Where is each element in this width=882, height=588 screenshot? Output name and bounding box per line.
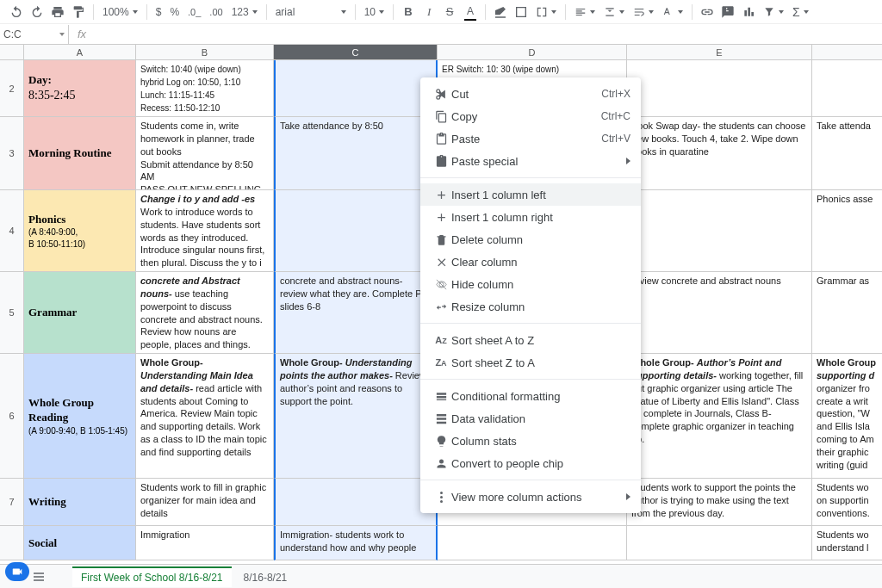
sortza-icon: ZA [431, 357, 451, 368]
cell: Students wounderstand l [812, 526, 882, 560]
align-button[interactable] [571, 6, 599, 18]
fill-color-button[interactable] [491, 3, 510, 22]
row-header[interactable]: 7 [0, 479, 24, 526]
cell [812, 60, 882, 117]
cond-icon [431, 390, 451, 403]
column-header[interactable] [0, 45, 24, 60]
context-menu-item[interactable]: Paste special [420, 150, 641, 172]
percent-button[interactable]: % [166, 6, 183, 18]
redo-button[interactable] [28, 3, 47, 22]
cell: Students work to fill in graphic organiz… [136, 479, 274, 526]
link-button[interactable] [698, 3, 717, 22]
context-menu-item[interactable]: CutCtrl+X [420, 83, 641, 105]
wrap-button[interactable] [630, 6, 657, 18]
cell-selected [274, 479, 438, 526]
print-button[interactable] [48, 3, 67, 22]
cell-selected [274, 60, 438, 117]
text-color-button[interactable]: A [461, 3, 480, 22]
context-menu-item[interactable]: Insert 1 column right [420, 206, 641, 228]
row-header[interactable]: 4 [0, 190, 24, 272]
context-menu-item[interactable]: Data validation [420, 407, 641, 430]
row-header[interactable]: 2 [0, 60, 24, 117]
x-icon [431, 256, 451, 269]
comment-button[interactable] [718, 3, 737, 22]
zoom-select[interactable]: 100% [99, 6, 141, 18]
row-label-cell: Phonics(A 8:40-9:00,B 10:50-11:10) [24, 190, 136, 272]
undo-button[interactable] [7, 3, 26, 22]
context-menu-item[interactable]: Convert to people chip [420, 452, 641, 474]
strikethrough-button[interactable]: S [440, 3, 459, 22]
trash-icon [431, 233, 451, 246]
context-menu-item[interactable]: Conditional formatting [420, 385, 641, 407]
decrease-decimal-button[interactable]: .0_ [184, 7, 204, 17]
pastesp-icon [431, 155, 451, 168]
sheet-tab-active[interactable]: First Week of School 8/16-8/21 [72, 566, 232, 587]
context-menu-item[interactable]: AZSort sheet A to Z [420, 329, 641, 351]
column-header[interactable]: A [24, 45, 136, 60]
cell [627, 190, 812, 272]
borders-button[interactable] [512, 3, 531, 22]
font-size-select[interactable]: 10 [361, 6, 388, 18]
cell: Immigration [136, 526, 274, 560]
row-header[interactable] [0, 526, 24, 560]
sheet-tab[interactable]: 8/16-8/21 [235, 566, 296, 587]
row-label-cell: Morning Routine [24, 117, 136, 190]
context-menu-item[interactable]: Hide column [420, 273, 641, 295]
row-header[interactable]: 3 [0, 117, 24, 190]
cell-selected: Immigration- students work to understand… [274, 526, 438, 560]
rotation-button[interactable] [659, 6, 686, 18]
valign-button[interactable] [600, 6, 628, 18]
font-select[interactable]: arial [272, 6, 350, 18]
functions-button[interactable]: Σ [789, 5, 812, 19]
row-label-cell: Whole Group Reading(A 9:00-9:40, B 1:05-… [24, 354, 136, 479]
cell: Book Swap day- the students can choose n… [627, 117, 812, 190]
row-label-cell: Writing [24, 479, 136, 526]
increase-decimal-button[interactable]: .00 [206, 7, 226, 17]
meet-button[interactable] [5, 562, 29, 581]
number-format-select[interactable]: 123 [228, 6, 261, 18]
toolbar: 100% $ % .0_ .00 123 arial 10 B I S A Σ [0, 0, 882, 24]
row-header[interactable]: 6 [0, 354, 24, 479]
all-sheets-button[interactable] [29, 567, 48, 586]
row-label-cell: Grammar [24, 272, 136, 354]
cell: Students woon supportinconventions. [812, 479, 882, 526]
context-menu-item[interactable]: Insert 1 column left [420, 183, 641, 206]
cell-selected: Take attendance by 8:50 [274, 117, 438, 190]
column-header[interactable] [812, 45, 882, 60]
merge-cells-button[interactable] [532, 6, 560, 18]
context-menu-item[interactable]: Delete column [420, 228, 641, 251]
cell-selected: concrete and abstract nouns- review what… [274, 272, 438, 354]
cell: Change i to y and add -esWork to introdu… [136, 190, 274, 272]
cell: Whole Group- Author’s Point and supporti… [627, 354, 812, 479]
context-menu-item[interactable]: CopyCtrl+C [420, 105, 641, 127]
paste-icon [431, 133, 451, 145]
bold-button[interactable]: B [399, 3, 418, 22]
plus-icon [431, 211, 451, 224]
name-box[interactable]: C:C [0, 25, 69, 44]
column-header[interactable]: B [136, 45, 274, 60]
cell: Switch: 10:40 (wipe down)hybrid Log on: … [136, 60, 274, 117]
cell-selected [274, 190, 438, 272]
formula-input[interactable] [95, 24, 882, 44]
column-header[interactable]: E [627, 45, 812, 60]
context-menu-item[interactable]: ZASort sheet Z to A [420, 351, 641, 374]
currency-button[interactable]: $ [152, 6, 165, 18]
context-menu-item[interactable]: Column stats [420, 430, 641, 452]
fx-icon: fx [69, 28, 95, 40]
filter-button[interactable] [760, 6, 787, 18]
datav-icon [431, 412, 451, 425]
cell [627, 526, 812, 560]
context-menu-item[interactable]: Resize column [420, 295, 641, 318]
column-header[interactable]: C [274, 45, 438, 60]
chart-button[interactable] [739, 3, 758, 22]
italic-button[interactable]: I [419, 3, 438, 22]
cell: Whole Groupsupporting dorganizer frocrea… [812, 354, 882, 479]
paint-format-button[interactable] [69, 3, 88, 22]
row-label-cell: Day: 8:35-2:45 [24, 60, 136, 117]
context-menu-item[interactable]: Clear column [420, 251, 641, 273]
row-header[interactable]: 5 [0, 272, 24, 354]
context-menu-item[interactable]: PasteCtrl+V [420, 127, 641, 150]
resize-icon [431, 300, 451, 313]
context-menu-item[interactable]: View more column actions [420, 486, 641, 508]
column-header[interactable]: D [438, 45, 627, 60]
